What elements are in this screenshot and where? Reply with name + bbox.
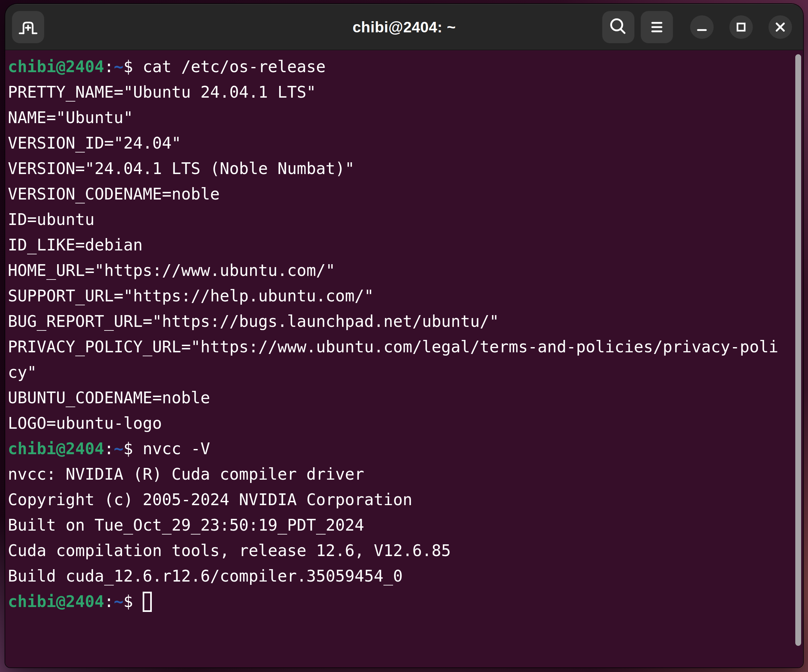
- terminal-line: chibi@2404:~$ cat /etc/os-release: [8, 54, 790, 80]
- terminal-text-segment: VERSION_ID="24.04": [8, 134, 181, 152]
- terminal-line: VERSION_ID="24.04": [8, 130, 790, 156]
- terminal-screen[interactable]: chibi@2404:~$ cat /etc/os-releasePRETTY_…: [5, 50, 803, 667]
- maximize-icon: [730, 15, 753, 39]
- terminal-text-segment: VERSION_CODENAME=noble: [8, 185, 220, 204]
- terminal-line: ID_LIKE=debian: [8, 232, 790, 258]
- terminal-text-segment: LOGO=ubuntu-logo: [8, 414, 162, 433]
- terminal-text-segment: Cuda compilation tools, release 12.6, V1…: [8, 542, 451, 560]
- minimize-icon: [690, 15, 714, 39]
- terminal-text-segment: PRIVACY_POLICY_URL="https://www.ubuntu.c…: [8, 338, 778, 356]
- terminal-text-segment: PRETTY_NAME="Ubuntu 24.04.1 LTS": [8, 83, 316, 102]
- terminal-line: cy": [8, 360, 790, 385]
- terminal-line: VERSION_CODENAME=noble: [8, 182, 790, 207]
- terminal-text-segment: :: [104, 440, 114, 458]
- terminal-line: Build cuda_12.6.r12.6/compiler.35059454_…: [8, 563, 790, 589]
- terminal-line: UBUNTU_CODENAME=noble: [8, 385, 790, 411]
- terminal-text-segment: ~: [114, 440, 124, 458]
- terminal-line: HOME_URL="https://www.ubuntu.com/": [8, 258, 790, 283]
- terminal-text-segment: ~: [114, 592, 124, 611]
- terminal-text-segment: cy": [8, 363, 37, 382]
- terminal-line: nvcc: NVIDIA (R) Cuda compiler driver: [8, 462, 790, 487]
- terminal-line: BUG_REPORT_URL="https://bugs.launchpad.n…: [8, 309, 790, 334]
- terminal-text-segment: ID=ubuntu: [8, 210, 95, 229]
- terminal-text-segment: ID_LIKE=debian: [8, 236, 143, 254]
- terminal-line: Copyright (c) 2005-2024 NVIDIA Corporati…: [8, 487, 790, 513]
- terminal-line: ID=ubuntu: [8, 207, 790, 232]
- terminal-text-segment: HOME_URL="https://www.ubuntu.com/": [8, 261, 335, 280]
- terminal-lines: chibi@2404:~$ cat /etc/os-releasePRETTY_…: [5, 50, 803, 615]
- menu-button[interactable]: [641, 11, 673, 43]
- terminal-text-segment: chibi@2404: [8, 440, 104, 458]
- scrollbar-thumb[interactable]: [795, 54, 801, 646]
- terminal-line: VERSION="24.04.1 LTS (Noble Numbat)": [8, 156, 790, 182]
- close-button[interactable]: [768, 15, 792, 39]
- close-icon: [768, 15, 792, 39]
- terminal-text-segment: chibi@2404: [8, 592, 104, 611]
- terminal-text-segment: :: [104, 57, 114, 76]
- terminal-text-segment: nvcc: NVIDIA (R) Cuda compiler driver: [8, 465, 364, 483]
- terminal-line: NAME="Ubuntu": [8, 105, 790, 130]
- terminal-line: LOGO=ubuntu-logo: [8, 411, 790, 436]
- terminal-line: PRETTY_NAME="Ubuntu 24.04.1 LTS": [8, 80, 790, 105]
- terminal-line: chibi@2404:~$ nvcc -V: [8, 436, 790, 462]
- terminal-text-segment: $ cat /etc/os-release: [124, 57, 326, 76]
- terminal-line: Cuda compilation tools, release 12.6, V1…: [8, 538, 790, 563]
- menu-icon: [641, 11, 673, 43]
- new-tab-icon: [12, 11, 44, 43]
- titlebar[interactable]: chibi@2404: ~: [5, 4, 803, 50]
- minimize-button[interactable]: [690, 15, 714, 39]
- terminal-text-segment: $ nvcc -V: [124, 440, 210, 458]
- terminal-text-segment: ~: [114, 57, 124, 76]
- terminal-text-segment: VERSION="24.04.1 LTS (Noble Numbat)": [8, 159, 354, 178]
- terminal-line: SUPPORT_URL="https://help.ubuntu.com/": [8, 283, 790, 309]
- terminal-window: chibi@2404: ~: [5, 4, 803, 667]
- new-tab-button[interactable]: [12, 11, 44, 43]
- maximize-button[interactable]: [730, 15, 753, 39]
- terminal-text-segment: chibi@2404: [8, 57, 104, 76]
- terminal-text-segment: :: [104, 592, 114, 611]
- terminal-text-segment: BUG_REPORT_URL="https://bugs.launchpad.n…: [8, 312, 499, 331]
- terminal-text-segment: Copyright (c) 2005-2024 NVIDIA Corporati…: [8, 490, 412, 509]
- search-icon: [602, 11, 634, 43]
- terminal-text-segment: Build cuda_12.6.r12.6/compiler.35059454_…: [8, 567, 403, 585]
- terminal-text-segment: $: [124, 592, 143, 611]
- terminal-cursor: [143, 592, 152, 612]
- search-button[interactable]: [602, 11, 634, 43]
- terminal-line: PRIVACY_POLICY_URL="https://www.ubuntu.c…: [8, 334, 790, 360]
- terminal-text-segment: NAME="Ubuntu": [8, 109, 133, 127]
- terminal-text-segment: SUPPORT_URL="https://help.ubuntu.com/": [8, 287, 374, 305]
- terminal-line: Built on Tue_Oct_29_23:50:19_PDT_2024: [8, 513, 790, 538]
- terminal-text-segment: UBUNTU_CODENAME=noble: [8, 389, 210, 407]
- terminal-line: chibi@2404:~$: [8, 589, 790, 615]
- terminal-text-segment: Built on Tue_Oct_29_23:50:19_PDT_2024: [8, 516, 364, 535]
